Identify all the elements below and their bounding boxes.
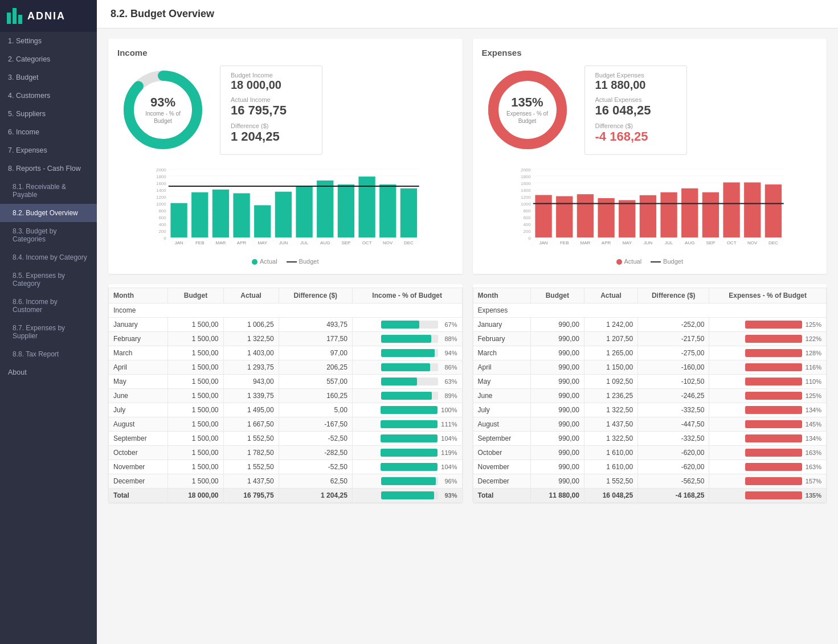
pct-label: 125% — [806, 392, 821, 399]
svg-text:DEC: DEC — [404, 240, 414, 245]
total-pct-cell: 93% — [352, 489, 462, 503]
budget-cell: 990,00 — [530, 403, 584, 417]
table-row: November990,001 610,00-620,00163% — [473, 460, 827, 474]
svg-rect-78 — [556, 196, 573, 237]
pct-cell: 88% — [352, 332, 462, 346]
diff-cell: -160,00 — [638, 360, 709, 375]
month-cell: January — [473, 318, 530, 332]
pct-cell: 157% — [709, 474, 827, 489]
sidebar-item-tax-report[interactable]: 8.8. Tax Report — [0, 345, 97, 363]
svg-rect-86 — [639, 195, 656, 237]
svg-rect-90 — [681, 188, 698, 237]
expenses-donut-label: 135% Expenses - % of Budget — [505, 95, 550, 125]
diff-cell: -275,00 — [638, 346, 709, 360]
svg-text:2000: 2000 — [156, 167, 166, 173]
pct-cell: 89% — [352, 389, 462, 403]
sidebar-item-budget[interactable]: 3. Budget — [0, 68, 97, 87]
pct-cell: 104% — [352, 432, 462, 446]
month-cell: June — [473, 389, 530, 403]
sidebar-item-budget-categories[interactable]: 8.3. Budget by Categories — [0, 222, 97, 248]
actual-cell: 1 403,00 — [223, 346, 279, 360]
budget-cell: 1 500,00 — [168, 474, 223, 489]
svg-text:JUN: JUN — [643, 240, 652, 245]
month-cell: December — [109, 474, 168, 489]
actual-cell: 1 552,50 — [584, 474, 637, 489]
table-row: January990,001 242,00-252,00125% — [473, 318, 827, 332]
month-cell: September — [109, 432, 168, 446]
col-header: Difference ($) — [638, 288, 709, 303]
sidebar-item-income-category[interactable]: 8.4. Income by Category — [0, 248, 97, 266]
svg-rect-1 — [13, 8, 17, 24]
pct-cell: 125% — [709, 318, 827, 332]
svg-rect-43 — [338, 184, 354, 237]
sidebar: ADNIA 1. Settings2. Categories3. Budget4… — [0, 0, 97, 644]
expenses-summary-panel: Expenses 135% Expenses - % of Budget Bud… — [473, 39, 827, 274]
pct-cell: 96% — [352, 474, 462, 489]
sidebar-item-expenses-supplier[interactable]: 8.7. Expenses by Supplier — [0, 319, 97, 345]
table-row: June990,001 236,25-246,25125% — [473, 389, 827, 403]
income-donut-chart: 93% Income - % of Budget — [117, 64, 209, 155]
month-cell: February — [109, 332, 168, 346]
budget-income-value: 18 000,00 — [231, 79, 312, 92]
budget-cell: 990,00 — [530, 318, 584, 332]
logo-icon — [7, 8, 23, 24]
actual-cell: 1 495,00 — [223, 403, 279, 417]
sidebar-item-suppliers[interactable]: 5. Suppliers — [0, 105, 97, 123]
sidebar-item-categories[interactable]: 2. Categories — [0, 50, 97, 68]
budget-cell: 1 500,00 — [168, 360, 223, 375]
sidebar-item-customers[interactable]: 4. Customers — [0, 87, 97, 105]
col-header: Month — [109, 288, 168, 303]
sidebar-item-expenses[interactable]: 7. Expenses — [0, 141, 97, 159]
income-summary-panel: Income 93% Income - % of Budget Budget I… — [108, 39, 463, 274]
sidebar-item-receivable[interactable]: 8.1. Receivable & Payable — [0, 178, 97, 204]
svg-text:JUN: JUN — [279, 240, 288, 245]
sidebar-item-about[interactable]: About — [0, 363, 97, 382]
actual-expenses-label: Actual Expenses — [595, 96, 676, 103]
budget-cell: 990,00 — [530, 417, 584, 432]
diff-expenses-row: Difference ($) -4 168,25 — [595, 122, 676, 144]
pct-cell: 119% — [352, 446, 462, 460]
total-pct-label: 93% — [442, 492, 457, 499]
budget-cell: 1 500,00 — [168, 375, 223, 389]
month-cell: November — [109, 460, 168, 474]
month-cell: August — [473, 417, 530, 432]
sidebar-item-expenses-category[interactable]: 8.5. Expenses by Category — [0, 266, 97, 293]
table-row: March990,001 265,00-275,00128% — [473, 346, 827, 360]
table-row: June1 500,001 339,75160,2589% — [109, 389, 463, 403]
actual-cell: 943,00 — [223, 375, 279, 389]
svg-text:AUG: AUG — [320, 240, 330, 245]
month-cell: July — [109, 403, 168, 417]
actual-expenses-row: Actual Expenses 16 048,25 — [595, 96, 676, 118]
budget-cell: 990,00 — [530, 375, 584, 389]
table-row: September990,001 322,50-332,50134% — [473, 432, 827, 446]
month-cell: May — [109, 375, 168, 389]
sidebar-item-reports[interactable]: 8. Reports - Cash Flow — [0, 159, 97, 178]
sidebar-item-income[interactable]: 6. Income — [0, 123, 97, 141]
sidebar-item-income-customer[interactable]: 8.6. Income by Customer — [0, 293, 97, 319]
actual-cell: 1 552,50 — [223, 432, 279, 446]
table-row: December990,001 552,50-562,50157% — [473, 474, 827, 489]
diff-cell: -52,50 — [279, 460, 352, 474]
col-header: Month — [473, 288, 530, 303]
expenses-chart-legend: Actual Budget — [482, 258, 818, 265]
diff-cell: -102,50 — [638, 375, 709, 389]
actual-expenses-value: 16 048,25 — [595, 103, 676, 118]
expenses-chart-svg: 0200400600800100012001400160018002000JAN… — [482, 163, 818, 255]
svg-text:200: 200 — [158, 229, 166, 234]
diff-cell: 557,00 — [279, 375, 352, 389]
expenses-actual-legend: Actual — [616, 258, 642, 265]
diff-cell: 97,00 — [279, 346, 352, 360]
sidebar-item-settings[interactable]: 1. Settings — [0, 32, 97, 50]
total-pct-label: 135% — [806, 492, 821, 499]
income-panel-title: Income — [117, 48, 453, 58]
table-row: May1 500,00943,00557,0063% — [109, 375, 463, 389]
diff-cell: -562,50 — [638, 474, 709, 489]
total-pct-cell: 135% — [709, 489, 827, 503]
budget-cell: 990,00 — [530, 360, 584, 375]
expenses-budget-legend: Budget — [651, 258, 683, 265]
pct-cell: 145% — [709, 417, 827, 432]
actual-cell: 1 667,50 — [223, 417, 279, 432]
budget-cell: 990,00 — [530, 346, 584, 360]
svg-rect-94 — [723, 182, 739, 237]
sidebar-item-budget-overview[interactable]: 8.2. Budget Overview — [0, 204, 97, 222]
